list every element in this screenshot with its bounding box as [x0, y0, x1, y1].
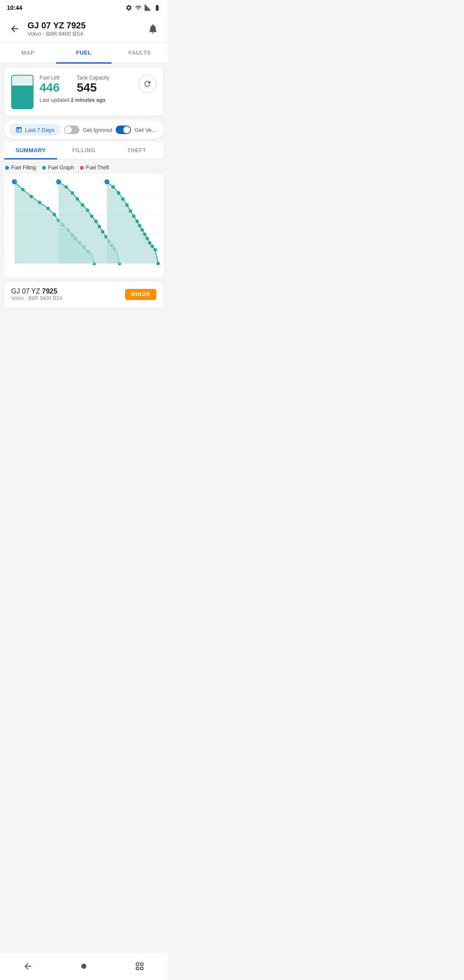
tab-fuel[interactable]: FUEL	[56, 43, 112, 63]
date-chip-label: Last 7 Days	[25, 127, 55, 133]
svg-point-10	[38, 201, 41, 204]
header: GJ 07 YZ 7925 Volvo - B8R 9400 BS4	[0, 15, 168, 43]
svg-point-8	[21, 188, 24, 191]
svg-point-7	[12, 179, 17, 184]
svg-point-28	[86, 208, 89, 212]
settings-icon	[125, 4, 132, 11]
main-tabs: MAP FUEL FAULTS	[0, 43, 168, 64]
svg-point-49	[143, 233, 147, 236]
tank-capacity-label: Tank Capacity	[77, 75, 109, 81]
sub-tab-summary[interactable]: SUMMARY	[4, 142, 57, 159]
sub-tab-filling[interactable]: FILLING	[57, 142, 110, 159]
signal-icon	[144, 4, 151, 11]
svg-point-29	[90, 214, 94, 218]
fuel-chart-svg	[6, 178, 162, 272]
chart-legend: Fuel Filling Fuel Graph Fuel Theft	[0, 159, 168, 174]
date-filter-chip[interactable]: Last 7 Days	[9, 124, 61, 136]
vehicle-label: Get Ve...	[134, 127, 156, 133]
status-time: 10:44	[7, 4, 22, 11]
svg-point-54	[156, 262, 160, 265]
svg-point-50	[146, 237, 149, 240]
back-button[interactable]	[7, 21, 22, 37]
vehicle-id-title: GJ 07 YZ 7925	[27, 21, 140, 31]
refresh-button[interactable]	[138, 75, 156, 93]
svg-point-9	[30, 195, 33, 198]
svg-point-47	[138, 224, 141, 227]
svg-point-27	[81, 203, 84, 207]
svg-point-12	[53, 213, 56, 216]
vehicle-toggle[interactable]	[116, 126, 131, 134]
legend-fuel-theft: Fuel Theft	[80, 165, 109, 171]
svg-point-53	[153, 248, 157, 251]
svg-point-26	[76, 197, 79, 201]
svg-point-51	[148, 241, 152, 245]
svg-point-41	[117, 191, 120, 195]
battery-icon	[154, 4, 161, 11]
svg-point-11	[46, 207, 50, 210]
legend-graph-label: Fuel Graph	[48, 165, 74, 171]
fuel-card: Fuel Left 446 Tank Capacity 545 Last upd…	[4, 68, 163, 116]
svg-point-43	[125, 203, 129, 207]
legend-dot-blue	[5, 166, 9, 170]
legend-filling-label: Fuel Filling	[11, 165, 36, 171]
vehicle-toggle-chip: Get Ve...	[116, 126, 156, 134]
sub-tabs: SUMMARY FILLING THEFT	[4, 142, 163, 159]
fuel-chart	[4, 174, 163, 277]
fuel-updated-text: Last updated 2 minutes ago	[40, 97, 156, 103]
svg-marker-38	[107, 182, 158, 263]
tab-map[interactable]: MAP	[0, 43, 56, 63]
fuel-gauge	[11, 75, 34, 109]
bottom-vehicle-id: GJ 07 YZ 7925	[11, 288, 62, 295]
status-icons	[125, 4, 161, 11]
svg-point-24	[64, 185, 68, 189]
fuel-gauge-fill	[12, 86, 33, 108]
minor-badge[interactable]: MINOR	[125, 289, 156, 300]
svg-point-25	[71, 191, 74, 195]
calendar-icon	[15, 126, 22, 133]
svg-point-52	[151, 245, 154, 248]
legend-dot-green	[42, 166, 46, 170]
ignored-label: Get Ignored	[83, 127, 113, 133]
legend-theft-label: Fuel Theft	[86, 165, 109, 171]
svg-point-42	[121, 197, 125, 201]
svg-point-32	[101, 230, 104, 233]
fuel-left-label: Fuel Left	[40, 75, 60, 81]
legend-dot-red	[80, 166, 84, 170]
notification-button[interactable]	[145, 21, 161, 37]
svg-point-45	[132, 214, 136, 218]
svg-point-23	[56, 179, 61, 184]
svg-point-46	[135, 220, 139, 223]
ignored-toggle-chip: Get Ignored	[64, 126, 113, 134]
svg-point-40	[112, 185, 115, 189]
legend-fuel-graph: Fuel Graph	[42, 165, 74, 171]
sub-tab-theft[interactable]: THEFT	[110, 142, 163, 159]
header-title-block: GJ 07 YZ 7925 Volvo - B8R 9400 BS4	[27, 21, 140, 37]
bottom-vehicle-subtitle: Volvo - B8R 9400 BS4	[11, 295, 62, 301]
svg-point-30	[94, 220, 98, 223]
svg-point-39	[104, 179, 110, 184]
fuel-info: Fuel Left 446 Tank Capacity 545 Last upd…	[40, 75, 156, 103]
svg-point-44	[129, 209, 132, 213]
filter-bar: Last 7 Days Get Ignored Get Ve...	[4, 120, 163, 139]
status-bar: 10:44	[0, 0, 168, 15]
svg-point-48	[140, 228, 144, 232]
svg-point-31	[98, 225, 101, 228]
vehicle-model-subtitle: Volvo - B8R 9400 BS4	[27, 31, 140, 37]
ignored-toggle[interactable]	[64, 126, 79, 134]
fuel-left-value: 446	[40, 81, 60, 95]
tab-faults[interactable]: FAULTS	[112, 43, 168, 63]
wifi-icon	[135, 4, 142, 11]
bottom-panel: GJ 07 YZ 7925 Volvo - B8R 9400 BS4 MINOR	[4, 282, 163, 307]
tank-capacity-value: 545	[77, 81, 109, 95]
legend-fuel-filling: Fuel Filling	[5, 165, 36, 171]
